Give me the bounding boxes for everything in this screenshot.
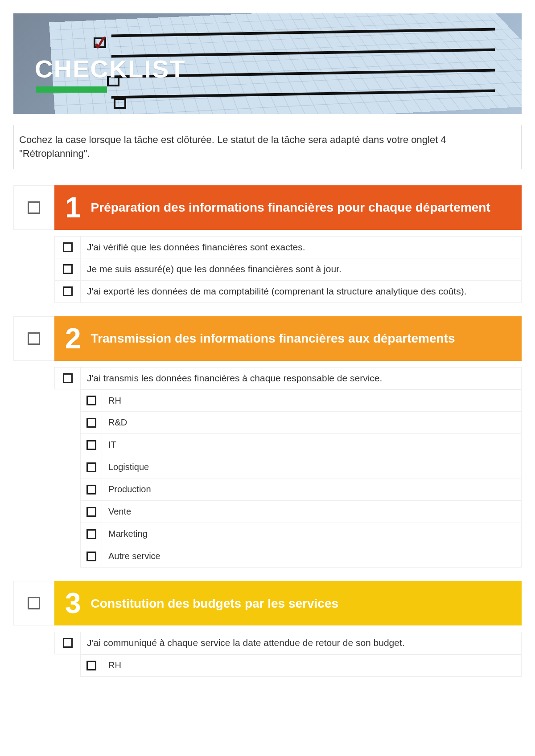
intro-text: Cochez la case lorsque la tâche est clôt… (13, 125, 522, 169)
task-checkbox-cell (55, 368, 81, 389)
section-number: 1 (65, 193, 81, 222)
subtask-checkbox[interactable] (86, 485, 96, 494)
subtask-list: RH (80, 654, 522, 677)
subtask-label: IT (102, 434, 521, 456)
task-list: J'ai vérifié que les données financières… (54, 236, 522, 303)
section-1: 1Préparation des informations financière… (13, 185, 522, 303)
subtask-label: Vente (102, 501, 521, 523)
section-checkbox[interactable] (28, 201, 40, 214)
subtask-checkbox[interactable] (86, 529, 96, 539)
subtask-label: Logistique (102, 456, 521, 478)
section-number: 2 (65, 324, 81, 353)
section-checkbox-cell (13, 581, 54, 625)
task-checkbox[interactable] (63, 373, 73, 383)
subtask-label: Autre service (102, 545, 521, 567)
task-checkbox-cell (55, 632, 81, 654)
decorative-checkbox-icon (114, 98, 126, 109)
header-banner: ✓ CHECKLIST (13, 13, 522, 114)
task-list: J'ai communiqué à chaque service la date… (54, 632, 522, 654)
section-checkbox-cell (13, 316, 54, 361)
task-checkbox[interactable] (63, 638, 73, 648)
task-row: J'ai vérifié que les données financières… (54, 236, 522, 258)
task-checkbox-cell (55, 281, 81, 302)
subtask-checkbox[interactable] (86, 661, 96, 670)
subtask-row: IT (80, 434, 522, 456)
subtask-row: RH (80, 389, 522, 412)
subtask-row: Vente (80, 501, 522, 523)
subtask-checkbox-cell (81, 390, 102, 411)
section-3: 3Constitution des budgets par les servic… (13, 581, 522, 676)
task-label: J'ai vérifié que les données financières… (81, 237, 521, 258)
task-checkbox[interactable] (63, 286, 73, 296)
subtask-list: RHR&DITLogistiqueProductionVenteMarketin… (80, 389, 522, 568)
task-checkbox-cell (55, 237, 81, 258)
task-checkbox-cell (55, 258, 81, 280)
section-title: Préparation des informations financières… (91, 200, 490, 215)
subtask-row: Marketing (80, 523, 522, 545)
subtask-checkbox[interactable] (86, 507, 96, 517)
subtask-checkbox[interactable] (86, 418, 96, 428)
task-row: J'ai communiqué à chaque service la date… (54, 632, 522, 654)
task-checkbox[interactable] (63, 264, 73, 274)
section-title: Constitution des budgets par les service… (91, 596, 338, 611)
subtask-checkbox-cell (81, 655, 102, 676)
page-title: CHECKLIST (35, 54, 185, 83)
task-list: J'ai transmis les données financières à … (54, 367, 522, 389)
task-label: J'ai transmis les données financières à … (81, 368, 521, 389)
section-number: 3 (65, 589, 81, 617)
section-banner: 2Transmission des informations financièr… (54, 316, 522, 361)
task-label: J'ai exporté les données de ma comptabil… (81, 281, 521, 302)
checkmark-icon: ✓ (92, 30, 110, 54)
subtask-label: Marketing (102, 523, 521, 545)
subtask-label: Production (102, 478, 521, 500)
subtask-checkbox-cell (81, 501, 102, 523)
subtask-checkbox[interactable] (86, 552, 96, 561)
subtask-checkbox-cell (81, 523, 102, 545)
task-checkbox[interactable] (63, 242, 73, 252)
subtask-row: RH (80, 654, 522, 677)
subtask-checkbox[interactable] (86, 440, 96, 450)
section-banner: 1Préparation des informations financière… (54, 185, 522, 230)
subtask-label: RH (102, 655, 521, 676)
task-row: J'ai transmis les données financières à … (54, 367, 522, 389)
subtask-checkbox-cell (81, 545, 102, 567)
subtask-row: R&D (80, 412, 522, 434)
subtask-checkbox-cell (81, 456, 102, 478)
subtask-label: R&D (102, 412, 521, 433)
section-title: Transmission des informations financière… (91, 331, 455, 346)
section-checkbox-cell (13, 185, 54, 230)
subtask-checkbox[interactable] (86, 462, 96, 472)
title-underline (36, 86, 107, 93)
subtask-checkbox[interactable] (86, 396, 96, 405)
task-row: J'ai exporté les données de ma comptabil… (54, 281, 522, 303)
section-banner: 3Constitution des budgets par les servic… (54, 581, 522, 625)
subtask-checkbox-cell (81, 478, 102, 500)
section-checkbox[interactable] (28, 332, 40, 345)
subtask-row: Logistique (80, 456, 522, 478)
section-checkbox[interactable] (28, 597, 40, 609)
task-label: J'ai communiqué à chaque service la date… (81, 632, 521, 654)
subtask-label: RH (102, 390, 521, 411)
subtask-checkbox-cell (81, 434, 102, 456)
section-2: 2Transmission des informations financièr… (13, 316, 522, 568)
task-row: Je me suis assuré(e) que les données fin… (54, 258, 522, 281)
subtask-checkbox-cell (81, 412, 102, 433)
subtask-row: Production (80, 478, 522, 501)
subtask-row: Autre service (80, 545, 522, 568)
task-label: Je me suis assuré(e) que les données fin… (81, 258, 521, 280)
